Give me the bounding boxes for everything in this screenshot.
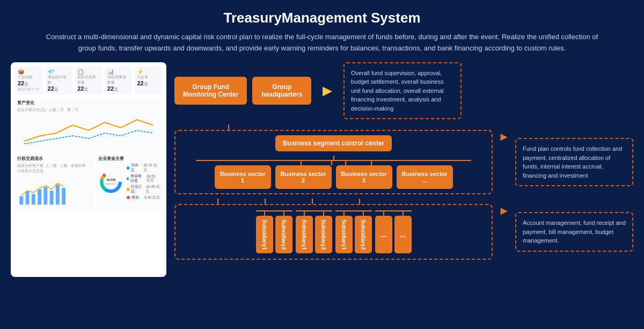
business-segment-center-box: Business segment control center	[275, 135, 392, 151]
svg-rect-6	[56, 185, 60, 204]
subsidiary-2-1: Subsidiary1	[296, 216, 313, 253]
subsidiary-1-1: Subsidiary1	[256, 216, 273, 253]
subsidiary-3-2: Subsidiary2	[355, 216, 372, 253]
stat-card-4: 📊 待处理事项数量 22元	[105, 67, 133, 94]
mid-description-box: Fund plan controls fund collection and p…	[515, 138, 633, 186]
sector-box-4: Business sector...	[397, 165, 453, 189]
sector-box-3: Business sector3	[336, 165, 392, 189]
page-subtitle: Construct a multi-dimensional and dynami…	[0, 32, 644, 60]
stat-card-2: 💎 资金收付笔数 22元	[45, 67, 73, 94]
sector-box-1: Business sector1	[215, 165, 271, 189]
sector-box-2: Business sector2	[275, 165, 332, 189]
org-panel: Group FundMonitoring Center Groupheadqua…	[174, 62, 633, 277]
subsidiary-3-1: Subsidiary1	[335, 216, 353, 253]
stat-card-3: 📋 模拟互利率数量 22元	[75, 67, 103, 94]
top-description-box: Overall fund supervision, approval, budg…	[343, 62, 462, 120]
svg-rect-5	[50, 191, 54, 204]
arrow-top: ►	[319, 82, 335, 100]
stat-card-5: ⚡ 欠款单 22元	[134, 67, 162, 94]
subsidiary-ellipsis-2: ...	[394, 216, 412, 253]
svg-text:45,938: 45,938	[106, 179, 115, 182]
svg-rect-1	[26, 192, 30, 204]
svg-rect-2	[32, 194, 35, 204]
group-headquarters-box: Groupheadquarters	[252, 77, 311, 105]
svg-rect-0	[19, 196, 23, 204]
svg-rect-3	[38, 189, 41, 204]
page-title: TreasuryManagement System	[0, 0, 644, 32]
group-fund-monitoring-center-box: Group FundMonitoring Center	[174, 77, 247, 105]
svg-text:总金额 (亿元): 总金额 (亿元)	[104, 182, 117, 185]
stat-card-1: 📦 汇款笔数 22元 鉴定月累计: 30	[15, 67, 43, 94]
subsidiary-1-2: Subsidiary2	[275, 216, 292, 253]
dashboard-panel: 📦 汇款笔数 22元 鉴定月累计: 30 💎 资金收付笔数 22元 📋 模拟互利…	[11, 62, 166, 277]
bottom-description-box: Account management, fund receipt and pay…	[515, 212, 633, 252]
subsidiary-ellipsis-1: ...	[375, 216, 392, 253]
svg-rect-7	[62, 188, 65, 204]
arrow-bottom: ►	[498, 204, 510, 218]
subsidiary-2-2: Subsidiary2	[315, 216, 332, 253]
arrow-mid: ►	[498, 130, 510, 144]
svg-rect-4	[43, 187, 47, 204]
